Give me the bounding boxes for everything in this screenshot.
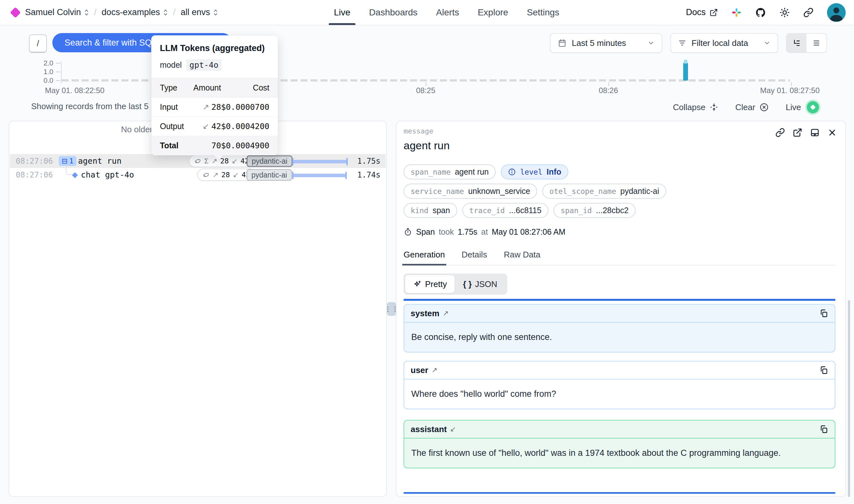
token-coin-icon — [194, 158, 201, 165]
y-axis-tick — [56, 72, 60, 72]
chart-record-bar[interactable] — [683, 63, 688, 80]
chevron-updown-icon — [213, 8, 218, 17]
tokens-table: Type Amount Cost Input ↗ 28 $0.0000700 O… — [151, 78, 278, 155]
badge-level[interactable]: level Info — [501, 164, 568, 179]
response-arrow-icon: ↙ — [450, 425, 456, 433]
slack-icon[interactable] — [731, 7, 742, 18]
x-axis-tick — [608, 82, 609, 86]
scope-tag[interactable]: pydantic-ai — [247, 155, 292, 167]
chevron-down-icon — [648, 39, 655, 47]
project-selector[interactable]: docs-examples — [102, 7, 168, 17]
time-range-dropdown[interactable]: Last 5 minutes — [550, 33, 662, 53]
badge-trace-id[interactable]: trace_id ...6c8115 — [462, 203, 549, 218]
y-axis-tick — [56, 80, 60, 81]
badge-kind[interactable]: kind span — [403, 203, 457, 218]
header-actions: Docs — [686, 0, 846, 25]
theme-toggle-icon[interactable] — [780, 7, 790, 18]
collapse-children-badge[interactable]: ⊟ 1 — [59, 156, 76, 166]
filter-local-data-dropdown[interactable]: Filter local data — [670, 33, 778, 53]
message-card-system: system ↗ Be concise, reply with one sent… — [403, 304, 835, 353]
duration-bar — [292, 158, 348, 165]
copy-link-icon[interactable] — [775, 128, 785, 138]
nav-tab-alerts[interactable]: Alerts — [436, 0, 459, 25]
pretty-toggle-button[interactable]: Pretty — [405, 275, 455, 293]
span-title: agent run — [403, 139, 450, 152]
chevron-down-icon — [763, 39, 770, 47]
open-in-new-icon[interactable] — [793, 128, 802, 138]
share-link-icon[interactable] — [803, 7, 814, 18]
nav-tab-explore[interactable]: Explore — [478, 0, 508, 25]
tab-details[interactable]: Details — [462, 250, 487, 260]
nav-tab-live[interactable]: Live — [334, 0, 350, 25]
span-diamond-icon: ◆ — [72, 170, 78, 179]
model-value-chip: gpt-4o — [186, 59, 221, 71]
tooltip-title: LLM Tokens (aggregated) — [151, 36, 278, 53]
live-indicator-icon — [805, 100, 821, 115]
json-toggle-button[interactable]: { } JSON — [455, 275, 506, 293]
attribute-badges: span_name agent run level Info service_n… — [403, 164, 666, 218]
docs-label: Docs — [686, 7, 706, 17]
dock-panel-icon[interactable] — [810, 128, 820, 138]
filter-icon — [678, 39, 686, 47]
scope-tag[interactable]: pydantic-ai — [247, 169, 292, 181]
duration-text: 1.74s — [357, 170, 380, 179]
message-role: assistant — [411, 425, 447, 434]
tokens-row-output: Output ↙ 42 $0.0004200 — [151, 117, 278, 136]
detail-tabs: Generation Details Raw Data — [403, 250, 835, 266]
list-view-button[interactable] — [806, 34, 826, 52]
tree-view-button[interactable] — [786, 34, 806, 52]
span-kind-label: message — [403, 127, 433, 135]
nav-tab-settings[interactable]: Settings — [527, 0, 559, 25]
message-body: Be concise, reply with one sentence. — [404, 323, 835, 352]
tab-raw-data[interactable]: Raw Data — [504, 250, 540, 260]
slash-shortcut-key[interactable]: / — [29, 34, 47, 53]
list-view-icon — [812, 39, 821, 47]
badge-span-id[interactable]: span_id ...28cbc2 — [553, 203, 635, 218]
collapse-button[interactable]: Collapse — [673, 103, 719, 112]
badge-service-name[interactable]: service_name unknown_service — [403, 184, 537, 199]
nav-tab-dashboards[interactable]: Dashboards — [369, 0, 417, 25]
x-axis-label-start: May 01. 08:22:50 — [45, 86, 104, 95]
output-arrow-icon: ↙ — [202, 122, 209, 131]
message-body: The first known use of "hello, world" wa… — [404, 438, 835, 468]
records-controls: Collapse Clear Live — [673, 100, 821, 115]
user-avatar[interactable] — [827, 3, 846, 22]
copy-icon[interactable] — [819, 366, 828, 375]
y-axis-tick-label: 1.0 — [32, 68, 53, 76]
badge-span-name[interactable]: span_name agent run — [403, 164, 496, 179]
x-axis-label-end: May 01. 08:27:50 — [713, 86, 820, 95]
message-header: user ↗ — [404, 361, 835, 379]
docs-link[interactable]: Docs — [686, 7, 718, 17]
message-header: assistant ↙ — [404, 420, 835, 438]
breadcrumb-separator: / — [94, 7, 97, 17]
copy-icon[interactable] — [819, 309, 828, 318]
trace-list-panel: No older 08:27:06 ⊟ 1 agent run Σ ↗ 28 ↙… — [9, 121, 387, 497]
org-selector[interactable]: Samuel Colvin — [25, 7, 89, 17]
vertical-scrollbar[interactable] — [848, 300, 850, 497]
sparkle-icon — [413, 280, 421, 289]
live-toggle[interactable]: Live — [786, 100, 821, 115]
trace-row-chat-gpt4o[interactable]: 08:27:06 ◆ chat gpt-4o ↗ 28 ↙ 42 pydanti… — [10, 168, 386, 182]
input-arrow-icon: ↗ — [213, 171, 218, 179]
collapse-icon — [710, 103, 719, 112]
clear-button[interactable]: Clear — [735, 103, 769, 112]
input-tokens: 28 — [220, 157, 229, 165]
badge-otel-scope-name[interactable]: otel_scope_name pydantic-ai — [542, 184, 666, 199]
clear-circle-x-icon — [759, 103, 769, 112]
braces-icon: { } — [463, 279, 472, 289]
request-arrow-icon: ↗ — [443, 309, 449, 318]
close-icon[interactable] — [828, 128, 837, 138]
breadcrumb-separator: / — [173, 7, 176, 17]
input-tokens: 28 — [221, 171, 230, 179]
showing-records-text: Showing records from the last 5 m — [31, 102, 158, 111]
panel-resize-handle[interactable]: ⋮⋮ — [387, 302, 396, 316]
live-label: Live — [786, 103, 801, 112]
token-coin-icon — [203, 172, 210, 179]
duration-bar — [292, 172, 347, 179]
message-header: system ↗ — [404, 305, 835, 323]
scroll-edge-rule-bottom — [403, 492, 835, 494]
tab-generation[interactable]: Generation — [403, 250, 445, 260]
env-selector[interactable]: all envs — [181, 7, 218, 17]
copy-icon[interactable] — [819, 425, 828, 434]
github-icon[interactable] — [755, 7, 766, 18]
